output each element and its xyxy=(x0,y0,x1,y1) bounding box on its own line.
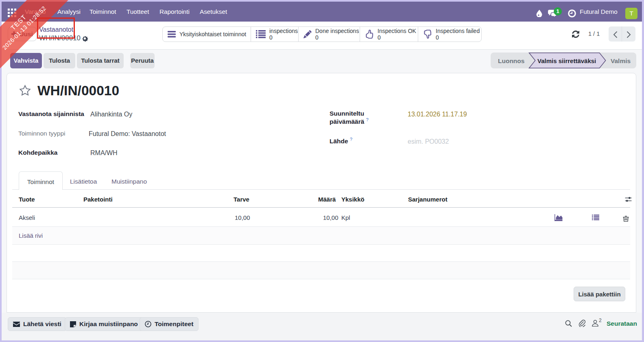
svg-text:Luonnos: Luonnos xyxy=(498,57,524,64)
svg-text:Valmis siirrettäväksi: Valmis siirrettäväksi xyxy=(537,57,596,64)
svg-text:Valmis: Valmis xyxy=(611,57,631,64)
